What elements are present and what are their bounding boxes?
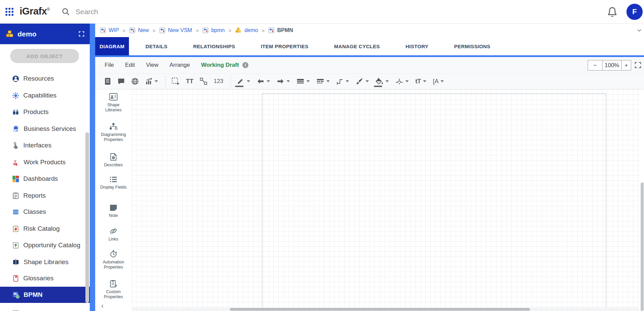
diagram-tool-panel: Shape Libraries Diagramming Properties i… <box>95 89 132 311</box>
zoom-in-button[interactable]: + <box>622 60 631 70</box>
horizontal-scrollbar[interactable] <box>132 308 639 311</box>
menu-view[interactable]: View <box>146 62 159 68</box>
tab-details[interactable]: DETAILS <box>136 37 177 55</box>
comment-icon[interactable] <box>115 75 127 87</box>
line-routing-icon[interactable] <box>334 75 351 87</box>
diagram-icon <box>100 27 106 33</box>
fill-color-icon[interactable] <box>373 75 391 87</box>
page-boundary <box>262 93 606 311</box>
sidebar-item-resources[interactable]: Resources <box>0 70 90 87</box>
sidebar-item-shape-libraries[interactable]: Shape Libraries <box>0 254 90 270</box>
sidebar-item-interfaces[interactable]: Interfaces <box>0 137 90 153</box>
sidebar-item-reports[interactable]: Reports <box>0 188 90 204</box>
expand-sidebar-icon[interactable] <box>79 31 84 37</box>
breadcrumb-item-bpmn-folder[interactable]: bpmn <box>203 27 225 33</box>
sidebar-item-glossaries[interactable]: Glossaries <box>0 270 90 286</box>
sidebar-divider[interactable] <box>90 24 95 311</box>
tab-diagram[interactable]: DIAGRAM <box>95 37 129 55</box>
arrow-end-icon[interactable] <box>274 75 292 87</box>
vertical-scrollbar-thumb[interactable] <box>641 182 644 311</box>
igrafx-app: iGrafx® F demo <box>0 0 644 311</box>
diagram-icon <box>268 27 274 33</box>
avatar[interactable]: F <box>626 4 643 20</box>
status-working-draft[interactable]: Working Draft <box>201 62 239 68</box>
chart-icon[interactable] <box>143 75 160 87</box>
breadcrumb-item-new-vsm[interactable]: New VSM <box>159 27 192 33</box>
line-weight-icon[interactable] <box>294 75 312 87</box>
marquee-add-icon[interactable] <box>169 75 182 87</box>
tab-item-properties[interactable]: ITEM PROPERTIES <box>252 37 318 55</box>
tab-relationships[interactable]: RELATIONSHIPS <box>184 37 244 55</box>
sidebar-item-capabilities[interactable]: Capabilities <box>0 87 90 104</box>
menu-edit[interactable]: Edit <box>125 62 135 68</box>
sidebar-item-bpmn[interactable]: BPMN <box>0 287 90 303</box>
opportunity-catalog-icon <box>12 242 19 249</box>
panel-item-note[interactable]: Note <box>95 204 132 218</box>
breadcrumb-separator: > <box>123 28 126 33</box>
globe-icon[interactable] <box>129 75 141 87</box>
sidebar-item-new-vsm[interactable]: New VSM <box>0 305 90 311</box>
sidebar-item-products[interactable]: Products <box>0 104 90 120</box>
brush-icon[interactable] <box>353 75 371 87</box>
business-services-icon <box>12 125 20 133</box>
describes-icon: i <box>109 153 117 161</box>
panel-item-display-fields[interactable]: Display Fields <box>95 176 132 190</box>
search-input[interactable] <box>76 8 278 16</box>
panel-item-shape-libraries[interactable]: Shape Libraries <box>95 93 132 113</box>
fullscreen-icon[interactable] <box>635 62 641 68</box>
custom-properties-icon <box>109 280 117 288</box>
connector-icon[interactable] <box>197 75 210 87</box>
sidebar-item-work-products[interactable]: Work Products <box>0 154 90 170</box>
repository-title: demo <box>18 30 79 38</box>
panel-item-describes[interactable]: i Describes <box>95 153 132 168</box>
chevron-down-icon[interactable] <box>637 28 642 33</box>
sidebar-item-business-services[interactable]: Business Services <box>0 121 90 137</box>
sidebar-scrollbar[interactable] <box>85 132 89 303</box>
tab-bar: DIAGRAM DETAILS RELATIONSHIPS ITEM PROPE… <box>95 37 644 55</box>
numbers-icon[interactable]: 123 <box>211 75 225 87</box>
font-size-icon[interactable]: tT <box>413 75 429 87</box>
sidebar-item-risk-catalog[interactable]: Risk Catalog <box>0 221 90 237</box>
app-grid-icon[interactable] <box>5 7 14 17</box>
horizontal-scrollbar-thumb[interactable] <box>230 308 530 311</box>
toolbar-separator <box>165 76 166 87</box>
breadcrumb-item-demo[interactable]: demo <box>235 27 258 33</box>
sidebar-item-opportunity-catalog[interactable]: Opportunity Catalog <box>0 237 90 253</box>
panel-item-custom-properties[interactable]: Custom Properties <box>95 280 132 300</box>
panel-item-automation-properties[interactable]: Automation Properties <box>95 250 132 270</box>
tab-history[interactable]: HISTORY <box>396 37 437 55</box>
panel-item-links[interactable]: Links <box>95 227 132 242</box>
pencil-color-icon[interactable] <box>234 75 252 87</box>
tab-permissions[interactable]: PERMISSIONS <box>445 37 500 55</box>
tab-manage-cycles[interactable]: MANAGE CYCLES <box>325 37 389 55</box>
caret-down-icon <box>405 80 409 82</box>
search-icon <box>61 7 70 16</box>
info-icon[interactable]: i <box>242 62 248 68</box>
zoom-out-button[interactable]: − <box>588 60 602 70</box>
breadcrumb-item-new[interactable]: New <box>129 27 149 33</box>
collapse-panel-button[interactable]: ‹ <box>101 303 104 309</box>
text-tool-icon[interactable]: TT <box>184 75 196 87</box>
caret-down-icon <box>346 80 349 82</box>
panel-item-diagramming-properties[interactable]: Diagramming Properties <box>95 122 132 142</box>
sidebar-item-dashboards[interactable]: Dashboards <box>0 171 90 187</box>
breadcrumb-item-wip[interactable]: WIP <box>100 27 119 33</box>
line-jump-icon[interactable] <box>393 75 411 87</box>
document-icon[interactable] <box>102 75 113 87</box>
igrafx-logo: iGrafx® <box>20 6 50 17</box>
line-style-icon[interactable] <box>314 75 332 87</box>
arrow-start-icon[interactable] <box>254 75 272 87</box>
menu-file[interactable]: File <box>105 62 114 68</box>
canvas-grid[interactable] <box>132 89 639 308</box>
sidebar-item-classes[interactable]: Classes <box>0 204 90 220</box>
breadcrumb-separator: > <box>153 28 156 33</box>
add-object-button[interactable]: ADD OBJECT <box>10 49 79 63</box>
caret-down-icon <box>267 80 270 82</box>
zoom-level: 100% <box>602 60 622 70</box>
resources-icon <box>12 75 19 82</box>
note-icon <box>109 204 117 211</box>
text-format-icon[interactable]: [A <box>430 75 446 87</box>
bell-icon[interactable] <box>606 6 618 18</box>
diagram-canvas[interactable] <box>95 89 644 311</box>
menu-arrange[interactable]: Arrange <box>169 62 190 68</box>
